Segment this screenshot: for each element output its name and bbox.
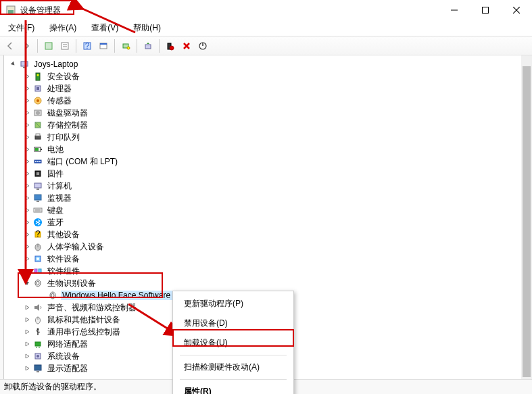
expand-icon[interactable] bbox=[23, 340, 31, 348]
expand-icon[interactable] bbox=[23, 206, 31, 214]
expand-icon[interactable] bbox=[23, 255, 31, 263]
expand-icon[interactable] bbox=[23, 145, 31, 153]
expand-icon[interactable] bbox=[9, 60, 18, 68]
tree-node-firmware[interactable]: 固件 bbox=[4, 168, 532, 180]
expand-icon[interactable] bbox=[23, 328, 31, 336]
action-button[interactable] bbox=[96, 39, 111, 53]
expand-icon[interactable] bbox=[23, 109, 31, 117]
tree-node-cpu[interactable]: 处理器 bbox=[4, 82, 532, 95]
svg-rect-31 bbox=[35, 136, 41, 139]
expand-icon[interactable] bbox=[23, 72, 31, 80]
minimize-button[interactable] bbox=[439, 0, 470, 20]
ctx-update-driver[interactable]: 更新驱动程序(P) bbox=[174, 294, 292, 314]
tree-node-monitor[interactable]: 监视器 bbox=[4, 192, 532, 204]
security-icon bbox=[32, 71, 43, 82]
uninstall-device-button[interactable] bbox=[163, 39, 178, 53]
expand-icon[interactable] bbox=[23, 218, 31, 226]
monitor-icon bbox=[32, 193, 43, 203]
expand-icon[interactable] bbox=[23, 352, 31, 360]
ctx-disable-device[interactable]: 禁用设备(D) bbox=[174, 314, 292, 333]
menu-help[interactable]: 帮助(H) bbox=[130, 21, 164, 35]
tree-node-biometric[interactable]: 生物识别设备 bbox=[4, 277, 532, 289]
tree-node-battery[interactable]: 电池 bbox=[4, 143, 532, 155]
svg-point-38 bbox=[37, 161, 39, 162]
ctx-properties[interactable]: 属性(R) bbox=[174, 382, 292, 394]
expand-icon[interactable] bbox=[23, 133, 31, 141]
svg-point-15 bbox=[127, 47, 130, 49]
titlebar: 设备管理器 bbox=[0, 0, 532, 20]
svg-point-27 bbox=[37, 99, 39, 102]
menu-file[interactable]: 文件(F) bbox=[5, 21, 37, 35]
svg-rect-3 bbox=[483, 7, 489, 14]
tree-node-disk[interactable]: 磁盘驱动器 bbox=[4, 107, 532, 119]
ctx-uninstall-device[interactable]: 卸载设备(U) bbox=[174, 333, 292, 353]
tree-node-label: 传感器 bbox=[46, 95, 73, 107]
menu-action[interactable]: 操作(A) bbox=[47, 21, 79, 35]
expand-icon[interactable] bbox=[23, 121, 31, 129]
tree-node-label: 显示适配器 bbox=[46, 363, 89, 374]
tree-node-port[interactable]: 端口 (COM 和 LPT) bbox=[4, 155, 532, 168]
collapse-icon[interactable] bbox=[23, 279, 31, 287]
maximize-button[interactable] bbox=[470, 0, 501, 20]
help-button[interactable]: ? bbox=[80, 39, 95, 53]
expand-icon[interactable] bbox=[23, 194, 31, 202]
tree-node-storage[interactable]: 存储控制器 bbox=[4, 119, 532, 131]
svg-rect-7 bbox=[62, 43, 68, 49]
tree-node-label: 计算机 bbox=[46, 180, 73, 192]
disable-device-button[interactable] bbox=[179, 39, 194, 53]
tree-node-keyboard[interactable]: 键盘 bbox=[4, 204, 532, 216]
tree-node-label: 安全设备 bbox=[46, 71, 81, 82]
biometric-icon bbox=[47, 290, 58, 301]
menu-view[interactable]: 查看(V) bbox=[89, 21, 121, 35]
tree-node-security[interactable]: 安全设备 bbox=[4, 70, 532, 82]
tree-node-hid[interactable]: 人体学输入设备 bbox=[4, 241, 532, 253]
svg-point-39 bbox=[39, 161, 41, 162]
enable-device-button[interactable] bbox=[195, 39, 210, 53]
tree-root[interactable]: Joys-Laptop bbox=[4, 58, 532, 70]
svg-point-59 bbox=[37, 281, 39, 285]
close-button[interactable] bbox=[501, 0, 532, 20]
expand-icon[interactable] bbox=[23, 243, 31, 251]
tree-node-other[interactable]: ?其他设备 bbox=[4, 228, 532, 241]
svg-rect-41 bbox=[37, 172, 39, 175]
forward-button[interactable] bbox=[19, 39, 34, 53]
usb-icon bbox=[32, 326, 43, 337]
back-button[interactable] bbox=[3, 39, 18, 53]
properties-button[interactable] bbox=[57, 39, 72, 53]
tree-node-label: 蓝牙 bbox=[46, 217, 65, 228]
svg-rect-45 bbox=[37, 201, 39, 202]
svg-rect-42 bbox=[34, 183, 41, 188]
expand-icon[interactable] bbox=[23, 364, 31, 372]
tree-node-printer[interactable]: 打印队列 bbox=[4, 131, 532, 143]
expand-icon[interactable] bbox=[23, 182, 31, 190]
vertical-scrollbar[interactable] bbox=[521, 55, 532, 379]
tree-node-software[interactable]: 软件设备 bbox=[4, 253, 532, 265]
svg-rect-44 bbox=[34, 195, 41, 200]
scan-button[interactable] bbox=[118, 39, 133, 53]
update-driver-button[interactable] bbox=[141, 39, 155, 53]
ctx-separator bbox=[180, 379, 287, 380]
ctx-scan-hardware[interactable]: 扫描检测硬件改动(A) bbox=[174, 358, 292, 377]
tree-node-bluetooth[interactable]: 蓝牙 bbox=[4, 216, 532, 228]
svg-rect-46 bbox=[34, 208, 42, 212]
toolbar: ? bbox=[0, 36, 532, 55]
show-hide-button[interactable] bbox=[41, 39, 56, 53]
expand-icon[interactable] bbox=[23, 170, 31, 178]
svg-rect-74 bbox=[37, 371, 39, 372]
expand-icon[interactable] bbox=[23, 303, 31, 312]
expand-icon[interactable] bbox=[23, 97, 31, 105]
scrollbar-thumb[interactable] bbox=[523, 66, 531, 377]
expand-icon[interactable] bbox=[23, 267, 31, 275]
expand-icon[interactable] bbox=[23, 84, 31, 93]
expand-icon[interactable] bbox=[23, 157, 31, 166]
expand-icon[interactable] bbox=[23, 230, 31, 239]
context-menu: 更新驱动程序(P) 禁用设备(D) 卸载设备(U) 扫描检测硬件改动(A) 属性… bbox=[172, 291, 294, 394]
expand-icon[interactable] bbox=[23, 316, 31, 324]
other-icon: ? bbox=[32, 229, 43, 240]
window-controls bbox=[439, 0, 532, 20]
tree-node-sensor[interactable]: 传感器 bbox=[4, 95, 532, 107]
svg-rect-35 bbox=[35, 148, 39, 151]
tree-node-component[interactable]: 软件组件 bbox=[4, 265, 532, 277]
tree-node-computer[interactable]: 计算机 bbox=[4, 180, 532, 192]
computer-icon bbox=[19, 59, 30, 70]
